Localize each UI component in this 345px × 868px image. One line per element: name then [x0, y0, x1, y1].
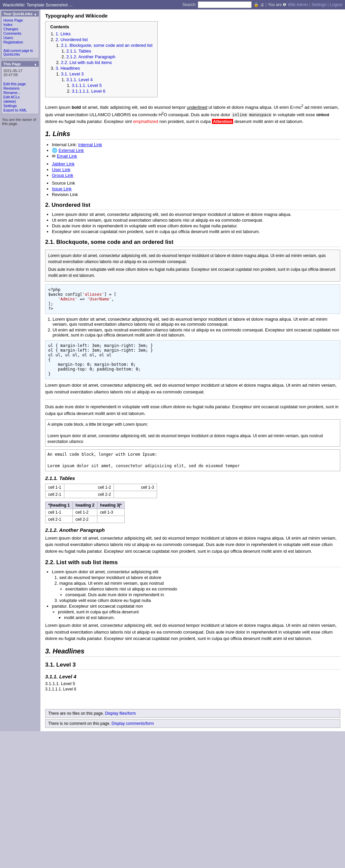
table-row: cell 1-1 cell 1-2 cell 1-3 [45, 484, 157, 491]
separator: | [265, 2, 266, 7]
print-icon[interactable]: 🖨 [260, 2, 264, 7]
another-para-heading: 2.1.2. Another Paragraph [45, 527, 340, 533]
sidebar-rename-link[interactable]: Rename... [3, 91, 37, 95]
toc-link-links[interactable]: 1. Links [56, 31, 71, 36]
no-comments-text: There is no comment on this page. [48, 721, 111, 726]
table-row: cell 1-1 cell 1-2 cell 1-3 [45, 508, 125, 516]
table-cell: cell 1-3 [114, 484, 157, 491]
list-item: Group Link [52, 173, 340, 178]
toc-link-level5[interactable]: 3.1.1.1. Level 5 [72, 83, 102, 88]
settings-link[interactable]: Settings [312, 2, 326, 7]
sidebar-item-comments[interactable]: Comments [3, 31, 37, 35]
display-comments-link[interactable]: Display comments/form [112, 721, 154, 726]
thispage-header: This Page ▲ [2, 61, 39, 67]
list-item: Lorem ipsum dolor sit amet, consectetur … [52, 212, 340, 217]
display-files-link[interactable]: Display files/form [105, 711, 136, 716]
search-input[interactable] [198, 1, 252, 8]
email-link[interactable]: Email Link [57, 154, 77, 159]
sidebar-settings-link[interactable]: Settings [3, 104, 37, 108]
toc-link-level3[interactable]: 3.1. Level 3 [61, 71, 84, 76]
table-cell: cell 2-2 [73, 516, 97, 523]
toc-link-level6[interactable]: 3.1.1.1.1. Level 6 [72, 89, 105, 94]
search-area: Search: [183, 1, 252, 8]
sidebar-exportxml-link[interactable]: Export to XML [3, 108, 37, 112]
toc-link-headlines[interactable]: 3. Headlines [56, 66, 80, 71]
list-item: magna aliqua. Ut enim ad minim veniam, q… [59, 581, 340, 597]
smallcaps-text: Ullamco Laboris [90, 112, 131, 117]
table-cell [114, 491, 157, 498]
sidebar-item-registration[interactable]: Registration [3, 40, 37, 44]
quicklinks-toggle[interactable]: ▲ [34, 12, 37, 16]
thispage-toggle[interactable]: ▲ [34, 62, 37, 66]
sublist: Lorem ipsum dolor sit amet, consectetur … [52, 569, 340, 620]
source-link-text: Source Link [52, 181, 75, 186]
tables-heading-italic: 2.1.1. Tables [45, 475, 75, 481]
another-para-text: Lorem ipsum dolor sit amet, consectetur … [45, 535, 340, 555]
list-item: Lorem ipsum dolor sit amet, consectetur … [53, 317, 340, 327]
toc-link-sublist[interactable]: 2.2. List with sub list items [61, 60, 112, 65]
tables-heading: 2.1.1. Tables [45, 475, 340, 481]
toc-item: 3. Headlines 3.1. Level 3 3.1.1. Level 4… [56, 66, 153, 94]
links-heading: 1. Links [45, 130, 340, 140]
header-sep2: | [309, 2, 310, 7]
headlines-heading: 3. Headlines [45, 647, 340, 657]
sidebar-item-homepage[interactable]: Home Page [3, 18, 37, 22]
toc-link-another[interactable]: 2.1.2. Another Paragraph [66, 54, 115, 59]
sidebar-item-addcurrent[interactable]: Add current page to QuickLinks [3, 49, 37, 56]
toc-title: Contents [50, 24, 153, 29]
internal-link[interactable]: Internal Link [78, 142, 102, 147]
spacer [45, 695, 340, 706]
sidebar-item-index[interactable]: Index [3, 23, 37, 27]
toc-link-unordered[interactable]: 2. Unordered list [56, 37, 88, 42]
header-title: WackoWiki: Template Screenshot ... [3, 2, 72, 7]
user-label: You are ❶ [268, 2, 286, 7]
list-item: Excepteur sint occaecat cupidatat non pr… [52, 229, 340, 234]
logout-link[interactable]: Logout [330, 2, 342, 7]
table-cell: cell 1-3 [97, 508, 125, 516]
toc-link-tables[interactable]: 2.1.1. Tables [66, 49, 91, 54]
intro-paragraph: Lorem ipsum bold sit amet, Italic adipis… [45, 103, 340, 125]
external-link[interactable]: External Link [59, 148, 84, 153]
italic-text: Italic [100, 105, 109, 110]
toc-link-blockquote[interactable]: 2.1. Blockquote, some code and an ordere… [61, 43, 153, 48]
list-item: Revision Link [52, 192, 340, 197]
table1: cell 1-1 cell 1-2 cell 1-3 cell 2-1 cell… [45, 484, 157, 498]
sidebar-item-changes[interactable]: Changes [3, 27, 37, 31]
thispage-date: 2021-05-17 20:47:09 [3, 69, 37, 77]
toc-item: 2.2. List with sub list items [61, 60, 153, 65]
table-cell: cell 1-1 [45, 484, 64, 491]
table-header: *|heading 1 heading 2 heading 3|* [45, 501, 125, 508]
table-row: *|heading 1 heading 2 heading 3|* [45, 501, 125, 508]
wiki-admin-link[interactable]: Wiki Admin [288, 2, 308, 7]
level4-heading: 3.1.1. Level 4 [45, 674, 340, 679]
sidebar-revisions-link[interactable]: Revisions [3, 86, 37, 90]
toc-sublist: 2.1. Blockquote, some code and an ordere… [61, 43, 153, 65]
sidebar: Your QuickLinks ▲ Home Page Index Change… [0, 9, 40, 731]
toc-link-level4[interactable]: 3.1.1. Level 4 [66, 77, 93, 82]
list-item: ✉ Email Link [52, 154, 340, 159]
sidebar-edit-link[interactable]: Edit this page [3, 82, 37, 86]
table-row: cell 2-1 cell 2-2 [45, 516, 125, 523]
list-item: User Link [52, 167, 340, 172]
email-code-title: An email code block, longer with Lorem I… [48, 452, 338, 457]
sidebar-item-users[interactable]: Users [3, 36, 37, 40]
user-link[interactable]: User Link [52, 167, 70, 172]
issue-link[interactable]: Issue Link [52, 186, 72, 191]
table-cell: cell 1-1 [45, 508, 73, 516]
toc-sublist: 3.1. Level 3 3.1.1. Level 4 3.1.1.1. Lev… [61, 71, 153, 94]
group-link[interactable]: Group Link [52, 173, 73, 178]
level6-text: 3.1.1.1.1. Level 6 [45, 687, 340, 691]
toc-item: 2. Unordered list 2.1. Blockquote, some … [56, 37, 153, 65]
level4-italic: 3.1.1. Level 4 [45, 674, 76, 679]
search-label: Search: [183, 2, 196, 7]
table-cell: cell 1-2 [73, 508, 97, 516]
table2: *|heading 1 heading 2 heading 3|* cell 1… [45, 501, 125, 523]
jabber-link[interactable]: Jabber Link [52, 161, 74, 166]
list-item: consequat. Duis aute irure dolor in repr… [65, 592, 340, 597]
para-after-divider: Duis aute irure dolor in reprehenderit i… [45, 404, 340, 417]
sidebar-editacls-link[interactable]: Edit ACLs [3, 95, 37, 99]
level3-heading: 3.1. Level 3 [45, 661, 340, 670]
para-after-code: Lorem ipsum dolor sit amet, consectetur … [45, 382, 340, 395]
bold-text: bold [72, 105, 81, 110]
sidebar-delete-link[interactable]: (delete) [3, 99, 37, 103]
